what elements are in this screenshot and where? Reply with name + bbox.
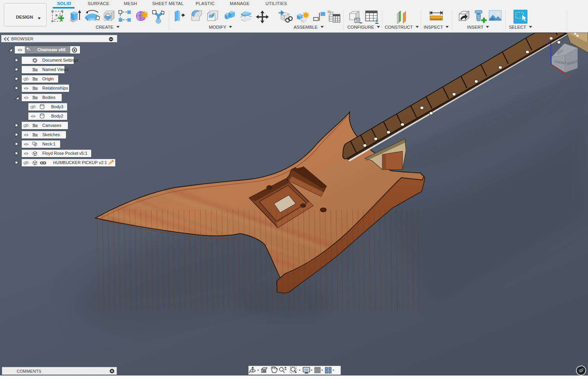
- svg-text:X: X: [567, 73, 570, 79]
